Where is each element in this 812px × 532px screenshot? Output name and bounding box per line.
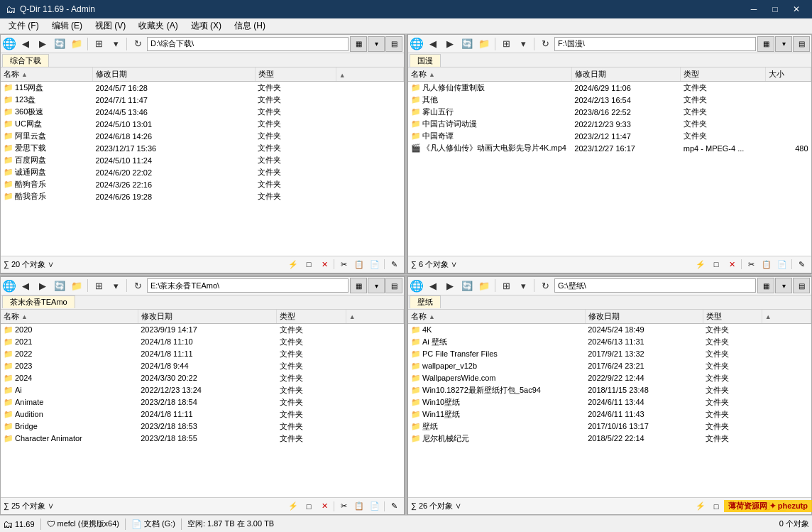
folder-icon[interactable]: 📁 xyxy=(69,36,84,52)
status-btn-bl1[interactable]: ⚡ xyxy=(286,500,300,513)
status-btn-bl7[interactable]: ✎ xyxy=(387,500,401,513)
view-dropdown-br[interactable]: ▾ xyxy=(515,278,531,293)
table-row[interactable]: 📁百度网盘2024/5/10 11:24文件夹 xyxy=(1,154,404,166)
col-size-header-tr[interactable]: 大小 xyxy=(766,67,811,82)
forward-button-br[interactable]: ▶ xyxy=(442,278,458,293)
table-row[interactable]: 📁Ai 壁纸2024/6/13 11:31文件夹 xyxy=(408,336,811,348)
refresh2-icon-tr[interactable]: ↻ xyxy=(537,36,553,52)
table-row[interactable]: 📁尼尔机械纪元2018/5/22 22:14文件夹 xyxy=(408,433,811,445)
table-row[interactable]: 📁中国古诗词动漫2022/12/23 9:33文件夹 xyxy=(408,118,811,130)
status-btn-br2[interactable]: □ xyxy=(709,500,723,513)
table-row[interactable]: 📁Animate2023/2/18 18:54文件夹 xyxy=(1,396,404,408)
status-btn2[interactable]: □ xyxy=(302,258,316,271)
table-row[interactable]: 🎬《凡人修仙传》动画大电影先导片4K.mp42023/12/27 16:17mp… xyxy=(408,142,811,154)
tab-label-top-left[interactable]: 综合下载 xyxy=(2,54,49,67)
address-bar-top-right[interactable] xyxy=(554,37,756,51)
table-row[interactable]: 📁UC网盘2024/5/10 13:01文件夹 xyxy=(1,118,404,130)
back-button[interactable]: ◀ xyxy=(18,36,33,52)
table-row[interactable]: 📁wallpaper_v12b2017/6/24 23:21文件夹 xyxy=(408,360,811,372)
table-row[interactable]: 📁其他2024/2/13 16:54文件夹 xyxy=(408,94,811,106)
status-btn4[interactable]: ✂ xyxy=(336,258,351,271)
table-row[interactable]: 📁Win11壁纸2024/6/11 11:43文件夹 xyxy=(408,408,811,420)
table-row[interactable]: 📁PC File Transfer Files2017/9/21 13:32文件… xyxy=(408,348,811,360)
menu-info[interactable]: 信息 (H) xyxy=(229,18,271,33)
status-btn-bl4[interactable]: ✂ xyxy=(336,500,351,513)
status-btn-tr4[interactable]: ✂ xyxy=(744,258,758,271)
status-btn-br1[interactable]: ⚡ xyxy=(693,500,708,513)
view-mode-dropdown[interactable]: ▾ xyxy=(368,36,385,52)
col-type-header-bl[interactable]: 类型 xyxy=(277,310,346,324)
view-mode-icon[interactable]: ▦ xyxy=(350,36,367,52)
address-bar-top-left[interactable] xyxy=(147,37,349,51)
tab-label-bottom-right[interactable]: 壁纸 xyxy=(410,295,441,308)
status-btn-tr2[interactable]: □ xyxy=(709,258,723,271)
maximize-button[interactable]: □ xyxy=(765,2,785,16)
view-dropdown[interactable]: ▾ xyxy=(108,36,124,52)
status-btn-tr6[interactable]: 📄 xyxy=(775,258,789,271)
col-size-header-bl[interactable]: ▲ xyxy=(346,310,403,324)
view-icon[interactable]: ⊞ xyxy=(91,36,106,52)
status-btn-tr5[interactable]: 📋 xyxy=(759,258,774,271)
view-mode-icon-bl[interactable]: ▦ xyxy=(350,278,367,293)
menu-view[interactable]: 视图 (V) xyxy=(89,18,131,33)
back-button-br[interactable]: ◀ xyxy=(425,278,441,293)
view-mode-icon-tr[interactable]: ▦ xyxy=(757,36,774,52)
file-list-top-right[interactable]: 名称 ▲ 修改日期 类型 大小 📁凡人修仙传重制版2024/6/29 11:06… xyxy=(408,67,811,256)
table-row[interactable]: 📁凡人修仙传重制版2024/6/29 11:06文件夹 xyxy=(408,82,811,94)
table-row[interactable]: 📁壁纸2017/10/16 13:17文件夹 xyxy=(408,420,811,433)
table-row[interactable]: 📁20212024/1/8 11:10文件夹 xyxy=(1,336,404,348)
table-row[interactable]: 📁酷狗音乐2024/3/26 22:16文件夹 xyxy=(1,178,404,190)
col-type-header[interactable]: 类型 xyxy=(255,67,336,82)
table-row[interactable]: 📁20242024/3/30 20:22文件夹 xyxy=(1,372,404,384)
menu-file[interactable]: 文件 (F) xyxy=(3,18,45,33)
folder-icon-bl[interactable]: 📁 xyxy=(69,278,84,293)
table-row[interactable]: 📁Audition2024/1/8 11:11文件夹 xyxy=(1,408,404,420)
col-name-header-bl[interactable]: 名称 ▲ xyxy=(1,310,138,324)
view-mode2-icon[interactable]: ▤ xyxy=(385,36,402,52)
view-mode2-icon-br[interactable]: ▤ xyxy=(793,278,810,293)
view-icon-tr[interactable]: ⊞ xyxy=(498,36,514,52)
file-list-bottom-right[interactable]: 名称 ▲ 修改日期 类型 ▲ 📁4K2024/5/24 18:49文件夹📁Ai … xyxy=(408,310,811,498)
col-name-header-br[interactable]: 名称 ▲ xyxy=(408,310,585,324)
view-mode-icon-br[interactable]: ▦ xyxy=(757,278,774,293)
status-btn-bl2[interactable]: □ xyxy=(302,500,316,513)
view-dropdown-bl[interactable]: ▾ xyxy=(108,278,124,293)
menu-edit[interactable]: 编辑 (E) xyxy=(46,18,88,33)
forward-button-tr[interactable]: ▶ xyxy=(442,36,458,52)
view-mode2-icon-bl[interactable]: ▤ xyxy=(385,278,402,293)
view-dropdown-tr[interactable]: ▾ xyxy=(515,36,531,52)
status-btn-bl3[interactable]: ✕ xyxy=(317,500,331,513)
folder-icon-br[interactable]: 📁 xyxy=(476,278,492,293)
tab-label-bottom-left[interactable]: 茶末余香TEAmo xyxy=(2,295,75,308)
status-btn5[interactable]: 📋 xyxy=(352,258,366,271)
status-btn-bl6[interactable]: 📄 xyxy=(368,500,382,513)
view-mode-dropdown-bl[interactable]: ▾ xyxy=(368,278,385,293)
table-row[interactable]: 📁爱思下载2023/12/17 15:36文件夹 xyxy=(1,142,404,154)
table-row[interactable]: 📁酷我音乐2024/6/26 19:28文件夹 xyxy=(1,190,404,202)
refresh-icon[interactable]: 🔄 xyxy=(52,36,67,52)
col-date-header-br[interactable]: 修改日期 xyxy=(585,310,703,324)
table-row[interactable]: 📁123盘2024/7/1 11:47文件夹 xyxy=(1,94,404,106)
view-icon-br[interactable]: ⊞ xyxy=(498,278,514,293)
refresh2-icon-bl[interactable]: ↻ xyxy=(130,278,146,293)
address-bar-bottom-left[interactable] xyxy=(147,278,349,293)
table-row[interactable]: 📁Ai2022/12/23 13:24文件夹 xyxy=(1,384,404,396)
col-name-header-tr[interactable]: 名称 ▲ xyxy=(408,67,571,82)
tab-label-top-right[interactable]: 国漫 xyxy=(410,54,441,67)
table-row[interactable]: 📁雾山五行2023/8/16 22:52文件夹 xyxy=(408,106,811,118)
menu-favorites[interactable]: 收藏夹 (A) xyxy=(133,18,183,33)
view-mode-dropdown-br[interactable]: ▾ xyxy=(775,278,792,293)
status-btn1[interactable]: ⚡ xyxy=(286,258,300,271)
view-mode2-icon-tr[interactable]: ▤ xyxy=(793,36,810,52)
address-bar-bottom-right[interactable] xyxy=(554,278,756,293)
file-list-top-left[interactable]: 名称 ▲ 修改日期 类型 ▲ 📁115网盘2024/5/7 16:28文件夹📁1… xyxy=(1,67,404,256)
refresh-icon-bl[interactable]: 🔄 xyxy=(52,278,67,293)
col-size-header-br[interactable]: ▲ xyxy=(762,310,811,324)
table-row[interactable]: 📁中国奇谭2023/2/12 11:47文件夹 xyxy=(408,130,811,142)
col-date-header-bl[interactable]: 修改日期 xyxy=(138,310,276,324)
col-date-header[interactable]: 修改日期 xyxy=(92,67,255,82)
col-type-header-tr[interactable]: 类型 xyxy=(681,67,766,82)
back-button-tr[interactable]: ◀ xyxy=(425,36,441,52)
status-btn-tr1[interactable]: ⚡ xyxy=(693,258,708,271)
table-row[interactable]: 📁360极速2024/4/5 13:46文件夹 xyxy=(1,106,404,118)
